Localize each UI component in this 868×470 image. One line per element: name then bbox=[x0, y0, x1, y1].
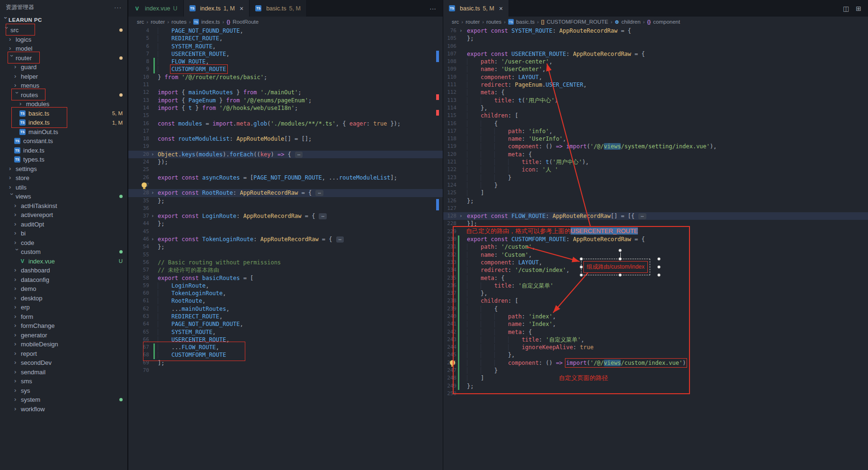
breadcrumb-item-basic.ts[interactable]: basic.ts bbox=[516, 19, 535, 25]
fold-chevron-icon[interactable]: › bbox=[151, 212, 154, 220]
tree-item-menus[interactable]: ›menus bbox=[0, 81, 127, 90]
breadcrumb-item-children[interactable]: children bbox=[621, 19, 640, 25]
tree-item-sendmail[interactable]: ›sendmail bbox=[0, 368, 127, 377]
tree-item-activereport[interactable]: ›activereport bbox=[0, 210, 127, 220]
tab-basic.ts[interactable]: TSbasic.ts5, M× bbox=[443, 0, 509, 17]
breadcrumb-item-router[interactable]: router bbox=[465, 19, 480, 25]
line-number: 54 bbox=[128, 243, 149, 251]
close-icon[interactable]: × bbox=[240, 5, 243, 12]
tree-item-sms[interactable]: ›sms bbox=[0, 377, 127, 386]
tree-item-store[interactable]: ›store bbox=[0, 173, 127, 183]
tree-item-secondDev[interactable]: ›secondDev bbox=[0, 358, 127, 368]
breadcrumb-item-CUSTOMFORM_ROUTE[interactable]: CUSTOMFORM_ROUTE bbox=[546, 19, 608, 25]
fold-chevron-icon[interactable]: › bbox=[151, 189, 154, 197]
editor-actions-more-icon[interactable]: ··· bbox=[430, 5, 436, 12]
project-root[interactable]: › LEARUN PC bbox=[0, 14, 127, 26]
tree-item-system[interactable]: ›system bbox=[0, 395, 127, 405]
tree-item-dashboard[interactable]: ›dashboard bbox=[0, 266, 127, 275]
tree-item-index.ts[interactable]: TSindex.ts bbox=[0, 146, 127, 155]
lightbulb-icon[interactable] bbox=[450, 360, 455, 365]
line-number: 236 bbox=[443, 282, 456, 289]
breadcrumb-item-routes[interactable]: routes bbox=[486, 19, 501, 25]
tree-item-actHiTaskinst[interactable]: ›actHiTaskinst bbox=[0, 201, 127, 211]
chevron-down-icon: › bbox=[14, 249, 21, 254]
code-line-8: 8 FLOW_ROUTE, bbox=[128, 58, 443, 65]
tree-item-auditOpt[interactable]: ›auditOpt bbox=[0, 220, 127, 229]
breadcrumb-item-src[interactable]: src bbox=[137, 19, 144, 25]
tab-index.vue[interactable]: Vindex.vueU bbox=[128, 0, 184, 17]
tree-item-formChange[interactable]: ›formChange bbox=[0, 321, 127, 331]
line-number: 125 bbox=[443, 189, 456, 197]
line-number: 112 bbox=[443, 89, 456, 96]
git-added-gutter bbox=[458, 251, 459, 259]
fold-chevron-icon[interactable]: › bbox=[459, 27, 463, 35]
tree-item-demo[interactable]: ›demo bbox=[0, 284, 127, 294]
tree-item-mobileDesign[interactable]: ›mobileDesign bbox=[0, 340, 127, 349]
line-number: 68 bbox=[128, 351, 149, 359]
tab-bar-middle: Vindex.vueUTSindex.ts1, M×TSbasic.ts5, M… bbox=[128, 0, 443, 17]
tree-item-router[interactable]: ›router bbox=[0, 54, 127, 63]
breadcrumb-item-src[interactable]: src bbox=[452, 19, 459, 25]
overview-ruler[interactable] bbox=[436, 0, 439, 470]
tree-item-sys[interactable]: ›sys bbox=[0, 386, 127, 396]
tree-item-helper[interactable]: ›helper bbox=[0, 72, 127, 81]
line-number: 12 bbox=[128, 89, 149, 96]
tree-item-constant.ts[interactable]: TSconstant.ts bbox=[0, 136, 127, 146]
line-number: 248 bbox=[443, 374, 456, 382]
tree-item-logics[interactable]: ›logics bbox=[0, 35, 127, 45]
code-line-61: 61 RootRoute, bbox=[128, 297, 443, 305]
tree-item-label: utils bbox=[16, 184, 27, 191]
fold-chevron-icon[interactable]: › bbox=[151, 151, 154, 158]
tree-item-views[interactable]: ›views bbox=[0, 192, 127, 201]
code-line-240: 240 path: 'index', bbox=[443, 313, 868, 320]
line-number: 15 bbox=[128, 112, 149, 119]
tab-basic.ts[interactable]: TSbasic.ts5, M bbox=[250, 0, 307, 17]
tree-item-generator[interactable]: ›generator bbox=[0, 331, 127, 340]
fold-chevron-icon[interactable]: › bbox=[151, 235, 154, 243]
split-editor-icon[interactable]: ◫ bbox=[843, 5, 849, 12]
editor-layout-icon[interactable]: ⊞ bbox=[856, 5, 861, 12]
explorer-more-icon[interactable]: ··· bbox=[114, 4, 122, 11]
code-editor-index-ts[interactable]: 4 PAGE_NOT_FOUND_ROUTE,5 REDIRECT_ROUTE,… bbox=[128, 27, 443, 470]
tree-item-src[interactable]: ›src bbox=[0, 26, 127, 35]
code-line-5: 5 REDIRECT_ROUTE, bbox=[128, 35, 443, 42]
breadcrumb-item-component[interactable]: component bbox=[653, 19, 680, 25]
close-icon[interactable]: × bbox=[499, 5, 503, 12]
sym-symbol-icon: {} bbox=[647, 19, 651, 25]
tree-item-label: basic.ts bbox=[28, 110, 49, 117]
tree-item-types.ts[interactable]: TStypes.ts bbox=[0, 155, 127, 164]
tree-item-mainOut.ts[interactable]: TSmainOut.ts bbox=[0, 127, 127, 137]
code-line-54: 54}; bbox=[128, 243, 443, 251]
fold-chevron-icon[interactable]: › bbox=[459, 212, 463, 220]
git-added-gutter bbox=[458, 235, 459, 243]
breadcrumb-item-routes[interactable]: routes bbox=[171, 19, 187, 25]
tab-index.ts[interactable]: TSindex.ts1, M× bbox=[184, 0, 250, 17]
code-line-246: 246 component: () => import('/@/views/cu… bbox=[443, 359, 868, 367]
tree-item-code[interactable]: ›code bbox=[0, 238, 127, 248]
tree-item-custom[interactable]: ›custom bbox=[0, 247, 127, 257]
tree-item-settings[interactable]: ›settings bbox=[0, 164, 127, 174]
breadcrumb-item-router[interactable]: router bbox=[151, 19, 165, 25]
breadcrumb-item-RootRoute[interactable]: RootRoute bbox=[233, 19, 259, 25]
tree-item-erp[interactable]: ›erp bbox=[0, 303, 127, 312]
tree-item-report[interactable]: ›report bbox=[0, 349, 127, 359]
tree-item-index.vue[interactable]: Vindex.vueU bbox=[0, 257, 127, 266]
tree-item-model[interactable]: ›model bbox=[0, 44, 127, 54]
tree-item-index.ts[interactable]: TSindex.ts1, M bbox=[0, 118, 127, 127]
tree-item-guard[interactable]: ›guard bbox=[0, 63, 127, 72]
code-editor-basic-ts[interactable]: 76›export const SYSTEM_ROUTE: AppRouteRe… bbox=[443, 27, 868, 470]
tree-item-utils[interactable]: ›utils bbox=[0, 183, 127, 192]
line-number: 4 bbox=[128, 27, 149, 35]
tree-item-routes[interactable]: ›routes bbox=[0, 90, 127, 100]
tree-item-basic.ts[interactable]: TSbasic.ts5, M bbox=[0, 109, 127, 118]
tree-item-modules[interactable]: ›modules bbox=[0, 99, 127, 109]
tree-item-desktop[interactable]: ›desktop bbox=[0, 294, 127, 303]
breadcrumb-item-index.ts[interactable]: index.ts bbox=[201, 19, 220, 25]
tree-item-form[interactable]: ›form bbox=[0, 312, 127, 322]
tree-item-dataconfig[interactable]: ›dataconfig bbox=[0, 275, 127, 285]
lightbulb-icon[interactable] bbox=[142, 182, 147, 188]
line-number: 243 bbox=[443, 336, 456, 343]
tree-item-workflow[interactable]: ›workflow bbox=[0, 405, 127, 414]
code-line-44: 44}; bbox=[128, 220, 443, 227]
tree-item-bi[interactable]: ›bi bbox=[0, 229, 127, 238]
